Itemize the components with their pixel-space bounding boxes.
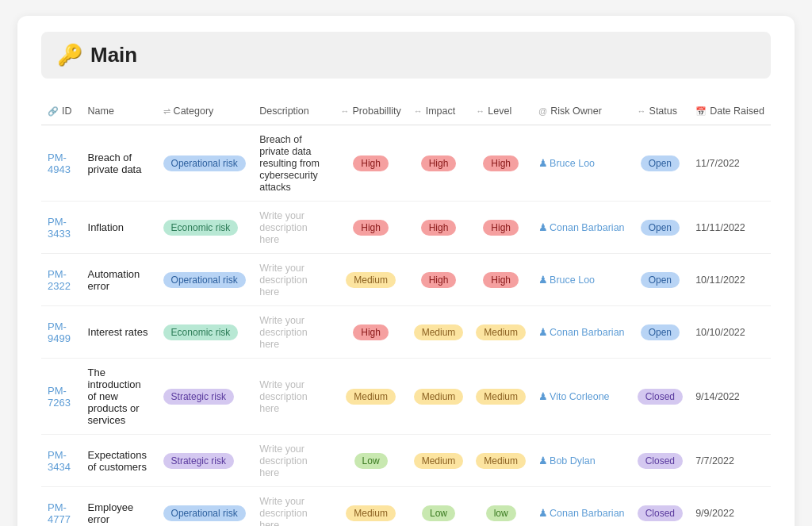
row-category: Operational risk — [157, 487, 254, 527]
row-category: Economic risk — [157, 202, 254, 254]
level-badge: High — [483, 155, 519, 171]
level-badge: Medium — [476, 389, 526, 405]
row-date: 9/14/2022 — [689, 359, 771, 435]
row-category: Strategic risk — [157, 435, 254, 487]
probability-badge: High — [353, 220, 389, 236]
probability-badge: Medium — [346, 389, 396, 405]
status-badge: Open — [641, 272, 680, 288]
row-level: High — [469, 125, 532, 202]
row-impact: Medium — [408, 435, 470, 487]
row-description: Breach of private data resulting from cy… — [253, 125, 334, 202]
row-date: 11/11/2022 — [689, 202, 771, 254]
impact-badge: High — [421, 155, 457, 171]
link-icon: 🔗 — [48, 106, 59, 117]
level-badge: High — [483, 272, 519, 288]
row-name: Employee error — [82, 487, 157, 527]
impact-badge: Medium — [414, 324, 464, 340]
row-level: low — [469, 487, 532, 527]
category-badge: Operational risk — [163, 505, 246, 521]
row-id-link[interactable]: PM-3434 — [48, 449, 71, 473]
row-status: Open — [631, 125, 690, 202]
row-id-link[interactable]: PM-3433 — [48, 216, 71, 240]
probability-badge: High — [353, 324, 389, 340]
row-id-link[interactable]: PM-4943 — [48, 152, 71, 175]
col-header-name: Name — [82, 98, 157, 125]
row-owner: ♟Conan Barbarian — [532, 487, 631, 527]
row-probability: Medium — [335, 359, 408, 435]
status-badge: Open — [641, 324, 680, 340]
row-impact: High — [408, 125, 470, 202]
col-header-date: 📅 Date Raised — [689, 98, 771, 125]
row-id-link[interactable]: PM-2322 — [48, 268, 71, 292]
prob-icon: ↔ — [341, 106, 350, 116]
person-icon: ♟ — [538, 391, 548, 402]
row-category: Operational risk — [157, 125, 254, 202]
table-row: PM-4777Employee errorOperational riskWri… — [41, 487, 771, 527]
status-badge: Closed — [638, 505, 683, 521]
page-header: 🔑 Main — [41, 32, 771, 79]
row-level: Medium — [469, 435, 532, 487]
row-owner: ♟Bruce Loo — [532, 254, 631, 306]
row-probability: Medium — [335, 254, 408, 306]
page-title: Main — [90, 43, 137, 67]
row-name: Interest rates — [82, 306, 157, 359]
impact-badge: Medium — [414, 453, 464, 469]
table-row: PM-3434Expectations of customersStrategi… — [41, 435, 771, 487]
row-owner: ♟Bob Dylan — [532, 435, 631, 487]
row-status: Closed — [631, 435, 690, 487]
status-badge: Closed — [638, 389, 683, 405]
page-icon: 🔑 — [57, 43, 82, 67]
person-icon: ♟ — [538, 158, 548, 169]
col-header-id: 🔗 ID — [41, 98, 82, 125]
row-impact: Medium — [408, 359, 470, 435]
category-icon: ⇌ — [163, 106, 170, 117]
row-id-link[interactable]: PM-4777 — [48, 501, 71, 525]
level-icon: ↔ — [476, 106, 485, 116]
row-date: 10/10/2022 — [689, 306, 771, 359]
row-date: 11/7/2022 — [689, 125, 771, 202]
row-description: Write your description here — [253, 487, 334, 527]
row-level: Medium — [469, 306, 532, 359]
impact-badge: Medium — [414, 389, 464, 405]
level-badge: low — [486, 505, 516, 521]
col-header-probability: ↔ Probabillity — [335, 98, 408, 125]
row-probability: Medium — [335, 487, 408, 527]
col-header-owner: @ Risk Owner — [532, 98, 631, 125]
col-header-category: ⇌ Category — [157, 98, 254, 125]
row-date: 10/11/2022 — [689, 254, 771, 306]
impact-badge: High — [421, 220, 457, 236]
row-name: Breach of private data — [82, 125, 157, 202]
person-icon: ♟ — [538, 222, 548, 233]
status-badge: Open — [641, 155, 680, 171]
status-badge: Open — [641, 220, 680, 236]
row-category: Economic risk — [157, 306, 254, 359]
probability-badge: Medium — [346, 272, 396, 288]
row-impact: High — [408, 202, 470, 254]
row-owner: ♟Bruce Loo — [532, 125, 631, 202]
row-level: Medium — [469, 359, 532, 435]
table-row: PM-2322Automation errorOperational riskW… — [41, 254, 771, 306]
row-category: Operational risk — [157, 254, 254, 306]
row-id-link[interactable]: PM-7263 — [48, 385, 71, 409]
col-header-description: Description — [253, 98, 334, 125]
table-row: PM-3433InflationEconomic riskWrite your … — [41, 202, 771, 254]
col-header-status: ↔ Status — [631, 98, 690, 125]
impact-icon: ↔ — [414, 106, 423, 116]
row-owner: ♟Vito Corleone — [532, 359, 631, 435]
col-header-impact: ↔ Impact — [408, 98, 470, 125]
row-impact: Low — [408, 487, 470, 527]
row-impact: High — [408, 254, 470, 306]
category-badge: Economic risk — [163, 220, 239, 236]
table-row: PM-4943Breach of private dataOperational… — [41, 125, 771, 202]
row-probability: High — [335, 306, 408, 359]
person-icon: ♟ — [538, 275, 548, 286]
row-name: Inflation — [82, 202, 157, 254]
row-status: Closed — [631, 487, 690, 527]
category-badge: Strategic risk — [163, 453, 234, 469]
row-id-link[interactable]: PM-9499 — [48, 321, 71, 344]
person-icon: ♟ — [538, 327, 548, 338]
col-header-level: ↔ Level — [469, 98, 532, 125]
probability-badge: High — [353, 155, 389, 171]
date-icon: 📅 — [695, 106, 707, 117]
status-badge: Closed — [638, 453, 683, 469]
